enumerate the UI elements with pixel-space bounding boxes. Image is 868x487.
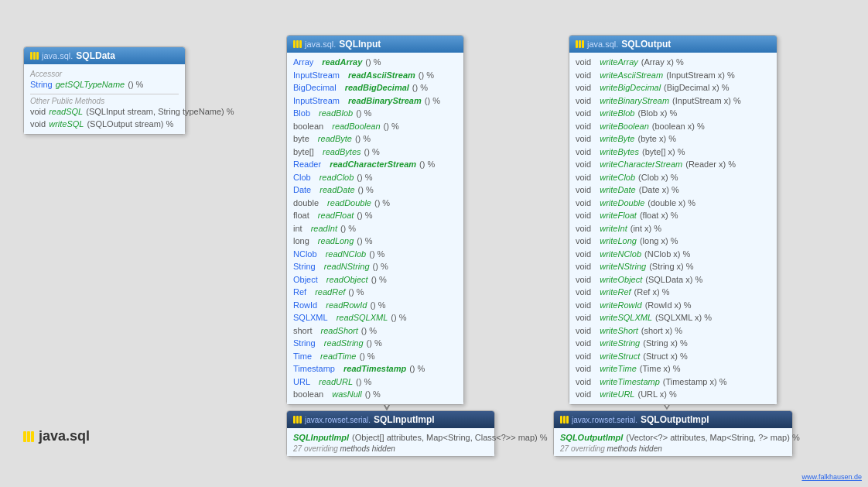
sqldata-method-2: void readSQL (SQLInput stream, String ty… xyxy=(30,105,179,118)
javasql-label: java.sql xyxy=(23,428,90,444)
sqloutputimpl-icon xyxy=(560,416,569,424)
sqlinput-m-clob: Clob readClob () % xyxy=(293,171,457,184)
sqlinputimpl-box: javax.rowset.serial.SQLInputImpl SQLInpu… xyxy=(286,410,495,457)
sqlinput-m-nclob: NClob readNClob () % xyxy=(293,248,457,261)
sqldata-body: Accessor String getSQLTypeName () % Othe… xyxy=(24,64,185,134)
sqloutputimpl-constructor: SQLOutputImpl (Vector<?> attributes, Map… xyxy=(560,431,786,444)
sqlinput-header: java.sql.SQLInput xyxy=(287,36,463,53)
sqlinput-m-wasnull: boolean wasNull () % xyxy=(293,388,457,401)
sqlinput-m-byte: byte readByte () % xyxy=(293,132,457,146)
sqlinput-m-object: Object readObject () % xyxy=(293,273,457,286)
sqloutputimpl-body: SQLOutputImpl (Vector<?> attributes, Map… xyxy=(554,428,792,456)
sqlinputimpl-constructor: SQLInputImpl (Object[] attributes, Map<S… xyxy=(293,431,488,444)
sqlinput-box: java.sql.SQLInput Array readArray () % I… xyxy=(286,35,464,405)
sqlinputimpl-icon xyxy=(293,416,302,424)
sqldata-box: java.sql.SQLData Accessor String getSQLT… xyxy=(23,46,186,135)
sqlinput-m-blob: Blob readBlob () % xyxy=(293,107,457,120)
sqlinput-m-inputstream: InputStream readAsciiStream () % xyxy=(293,69,457,82)
sqldata-method-1: String getSQLTypeName () % xyxy=(30,78,179,91)
sqlinput-m-binarystream: InputStream readBinaryStream () % xyxy=(293,94,457,108)
watermark: www.falkhausen.de xyxy=(801,473,862,481)
sqloutputimpl-name: SQLOutputImpl xyxy=(641,414,709,425)
javasql-label-text: java.sql xyxy=(39,428,90,444)
sqldata-name: SQLData xyxy=(76,50,115,61)
sqlinputimpl-override: 27 overriding methods hidden xyxy=(293,444,488,453)
sqldata-method-3: void writeSQL (SQLOutput stream) % xyxy=(30,118,179,131)
sqlinput-m-float: float readFloat () % xyxy=(293,209,457,222)
sqlinput-name: SQLInput xyxy=(339,39,381,50)
sqlinput-m-boolean: boolean readBoolean () % xyxy=(293,120,457,133)
sqldata-header: java.sql.SQLData xyxy=(24,47,185,64)
sqloutput-package: java.sql. xyxy=(587,39,618,49)
sqloutput-box: java.sql.SQLOutput void writeArray (Arra… xyxy=(569,35,777,405)
sqlinput-m-timestamp: Timestamp readTimestamp () % xyxy=(293,362,457,376)
sqlinput-m-string: String readString () % xyxy=(293,337,457,350)
sqlinput-m-date: Date readDate () % xyxy=(293,183,457,197)
sqlinput-m-array: Array readArray () % xyxy=(293,56,457,69)
sqlinput-package: java.sql. xyxy=(305,39,336,49)
sqldata-accessor-label: Accessor xyxy=(30,70,179,78)
sqlinputimpl-package: javax.rowset.serial. xyxy=(305,416,371,424)
sqldata-icon xyxy=(30,52,39,60)
diagram-container: java.sql.SQLData Accessor String getSQLT… xyxy=(0,0,868,487)
javasql-label-icon xyxy=(23,431,34,442)
sqloutputimpl-override: 27 overriding methods hidden xyxy=(560,444,786,453)
sqlinput-m-sqlxml: SQLXML readSQLXML () % xyxy=(293,311,457,324)
sqloutput-body: void writeArray (Array x) % void writeAs… xyxy=(569,53,777,404)
sqloutput-header: java.sql.SQLOutput xyxy=(569,36,777,53)
sqlinput-m-long: long readLong () % xyxy=(293,235,457,248)
sqlinput-m-url: URL readURL () % xyxy=(293,376,457,389)
sqlinput-m-bytes: byte[] readBytes () % xyxy=(293,146,457,159)
sqlinput-m-rowid: RowId readRowId () % xyxy=(293,299,457,312)
sqldata-other-label: Other Public Methods xyxy=(30,97,179,105)
sqldata-package: java.sql. xyxy=(42,51,73,60)
sqloutputimpl-box: javax.rowset.serial.SQLOutputImpl SQLOut… xyxy=(553,410,793,457)
sqlinput-m-short: short readShort () % xyxy=(293,324,457,338)
sqlinput-m-ref: Ref readRef () % xyxy=(293,286,457,299)
sqlinputimpl-header: javax.rowset.serial.SQLInputImpl xyxy=(287,411,494,428)
sqlinput-m-double: double readDouble () % xyxy=(293,197,457,210)
sqlinput-m-int: int readInt () % xyxy=(293,222,457,235)
sqlinput-body: Array readArray () % InputStream readAsc… xyxy=(287,53,463,404)
sqlinput-m-nstring: String readNString () % xyxy=(293,260,457,273)
sqlinputimpl-name: SQLInputImpl xyxy=(374,414,435,425)
sqloutput-icon xyxy=(576,40,584,48)
sqlinput-m-charstream: Reader readCharacterStream () % xyxy=(293,158,457,171)
sqloutput-name: SQLOutput xyxy=(621,39,671,50)
sqlinputimpl-body: SQLInputImpl (Object[] attributes, Map<S… xyxy=(287,428,494,456)
sqlinput-m-time: Time readTime () % xyxy=(293,350,457,363)
sqlinput-m-bigdecimal: BigDecimal readBigDecimal () % xyxy=(293,81,457,94)
sqloutputimpl-header: javax.rowset.serial.SQLOutputImpl xyxy=(554,411,792,428)
sqlinput-icon xyxy=(293,40,302,48)
sqloutputimpl-package: javax.rowset.serial. xyxy=(572,416,637,424)
